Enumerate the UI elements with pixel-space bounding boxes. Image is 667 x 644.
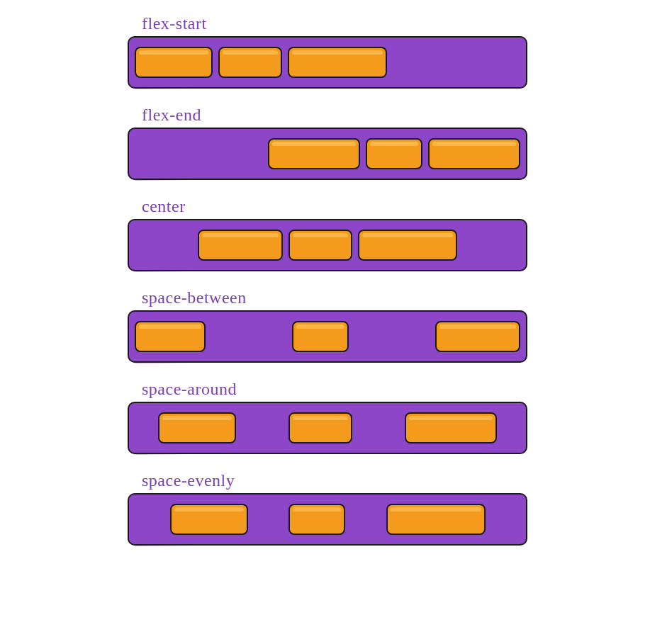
container-wrap — [128, 219, 525, 269]
example-center: center — [128, 197, 525, 269]
label-space-between: space-between — [142, 288, 525, 307]
flex-container — [128, 493, 527, 546]
example-flex-start: flex-start — [128, 14, 525, 86]
flex-item — [428, 138, 520, 169]
flex-item — [366, 138, 422, 169]
flex-item — [405, 412, 497, 444]
flex-item — [288, 412, 352, 444]
label-space-evenly: space-evenly — [142, 471, 525, 490]
label-flex-end: flex-end — [142, 106, 525, 125]
flex-item — [386, 504, 486, 535]
container-wrap — [128, 493, 525, 543]
flex-item — [288, 47, 387, 78]
container-wrap — [128, 310, 525, 360]
flex-item — [218, 47, 282, 78]
container-wrap — [128, 128, 525, 177]
flex-item — [288, 230, 352, 261]
flex-container — [128, 128, 527, 180]
flex-container — [128, 36, 527, 89]
flex-item — [292, 321, 349, 352]
flex-container — [128, 310, 527, 363]
flex-item — [158, 412, 236, 444]
flex-item — [135, 47, 213, 78]
diagram-page: flex-start flex-end center — [0, 0, 525, 543]
flex-item — [198, 230, 283, 261]
example-space-evenly: space-evenly — [128, 471, 525, 543]
flex-item — [135, 321, 206, 352]
label-flex-start: flex-start — [142, 14, 525, 33]
flex-container — [128, 219, 527, 271]
flex-item — [435, 321, 520, 352]
container-wrap — [128, 36, 525, 86]
container-wrap — [128, 402, 525, 451]
flex-item — [170, 504, 248, 535]
flex-container — [128, 402, 527, 454]
example-flex-end: flex-end — [128, 106, 525, 177]
label-center: center — [142, 197, 525, 216]
flex-item — [288, 504, 345, 535]
example-space-between: space-between — [128, 288, 525, 360]
label-space-around: space-around — [142, 380, 525, 399]
flex-item — [358, 230, 457, 261]
flex-item — [268, 138, 360, 169]
example-space-around: space-around — [128, 380, 525, 451]
